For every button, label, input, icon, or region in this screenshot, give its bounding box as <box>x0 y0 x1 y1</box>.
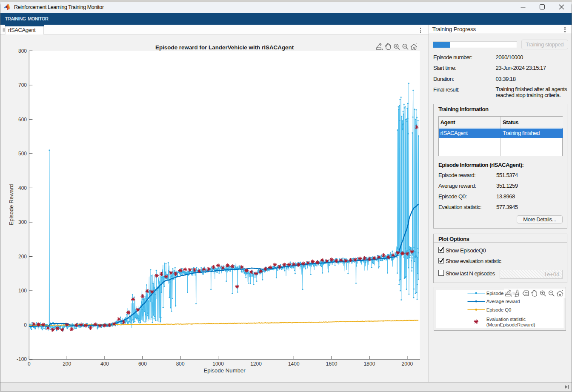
svg-text:1400: 1400 <box>288 361 300 367</box>
svg-text:Evaluation statistic: Evaluation statistic <box>486 317 526 322</box>
svg-text:Average reward: Average reward <box>486 299 520 304</box>
svg-text:Episode reward for LanderVehic: Episode reward for LanderVehicle with rI… <box>155 44 294 51</box>
svg-text:0: 0 <box>24 322 27 328</box>
svg-text:800: 800 <box>176 361 185 367</box>
svg-text:-100: -100 <box>17 356 27 362</box>
svg-text:200: 200 <box>18 254 27 260</box>
svg-text:1800: 1800 <box>364 361 375 367</box>
svg-text:(MeanEpisodeReward): (MeanEpisodeReward) <box>486 322 535 327</box>
svg-text:100: 100 <box>18 288 27 294</box>
svg-text:1000: 1000 <box>212 361 224 367</box>
svg-text:0: 0 <box>28 361 31 367</box>
svg-text:300: 300 <box>18 219 27 225</box>
svg-text:Episode Q0: Episode Q0 <box>486 307 512 312</box>
svg-text:600: 600 <box>18 117 27 123</box>
svg-text:500: 500 <box>18 151 27 157</box>
svg-text:700: 700 <box>18 82 27 88</box>
svg-text:400: 400 <box>18 185 27 191</box>
svg-text:1200: 1200 <box>250 361 262 367</box>
svg-text:2000: 2000 <box>402 361 413 367</box>
svg-text:Episode Reward: Episode Reward <box>8 184 14 226</box>
svg-text:1600: 1600 <box>326 361 337 367</box>
svg-text:Episode Number: Episode Number <box>203 367 246 374</box>
svg-text:600: 600 <box>138 361 147 367</box>
svg-text:400: 400 <box>100 361 109 367</box>
svg-text:200: 200 <box>63 361 71 367</box>
svg-text:800: 800 <box>18 48 27 54</box>
